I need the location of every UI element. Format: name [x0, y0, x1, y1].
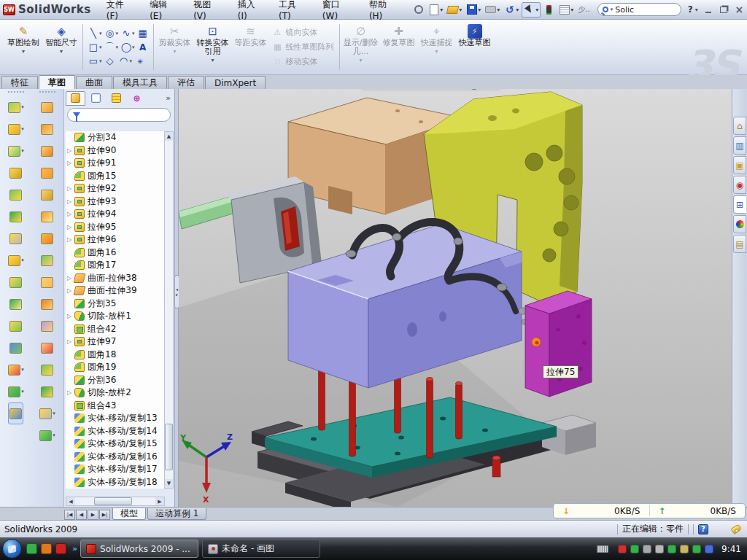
- surface-thicken-button[interactable]: ▾: [40, 381, 54, 402]
- tree-item[interactable]: ▷ 圆角18: [66, 349, 165, 362]
- select-button[interactable]: ▾: [522, 2, 541, 18]
- surface-revolve-button[interactable]: ▾: [40, 118, 54, 140]
- repair-button[interactable]: 修复草图 ▾: [380, 21, 418, 73]
- antivirus-quicklaunch-icon[interactable]: [41, 543, 52, 554]
- slot-button[interactable]: ▾: [87, 55, 103, 68]
- expand-arrow-icon[interactable]: ▷: [67, 313, 74, 319]
- tree-item[interactable]: ▷ 实体-移动/复制13: [66, 412, 165, 425]
- wand-feature-button[interactable]: ▾: [9, 228, 23, 249]
- tree-item[interactable]: ▷ 切除-放样2: [66, 386, 165, 400]
- tree-item[interactable]: ▷ 分割35: [66, 298, 165, 311]
- configuration-manager-tab[interactable]: [107, 91, 126, 106]
- tree-item[interactable]: ▷ 拉伸95: [66, 221, 165, 234]
- surface-sweep-button[interactable]: ▾: [40, 140, 54, 162]
- combine-bodies-button[interactable]: ▾: [9, 315, 23, 337]
- view-orientation-button[interactable]: ▾: [419, 89, 434, 90]
- previous-view-button[interactable]: ▾: [391, 89, 403, 90]
- surface-spline-button[interactable]: ▾: [39, 424, 56, 446]
- split-body-button[interactable]: ▾: [9, 293, 23, 315]
- scroll-up-arrow-icon[interactable]: ▲: [165, 132, 173, 141]
- taskbar-clock[interactable]: 9:41: [721, 544, 741, 554]
- expand-arrow-icon[interactable]: ▷: [67, 160, 74, 166]
- surface-loft-button[interactable]: ▾: [40, 162, 54, 184]
- point-button[interactable]: ▾: [133, 55, 147, 68]
- new-document-button[interactable]: ▾: [427, 2, 444, 18]
- surface-wand-button[interactable]: ▾: [39, 402, 56, 424]
- tree-item[interactable]: ▷ 实体-移动/复制18: [66, 476, 165, 489]
- line-button[interactable]: ▾: [87, 27, 103, 40]
- tree-item[interactable]: ▷ 实体-移动/复制15: [66, 438, 165, 451]
- expand-arrow-icon[interactable]: ▷: [67, 211, 74, 217]
- solidworks-resources-tab[interactable]: [733, 117, 746, 135]
- slider-block[interactable]: [179, 176, 322, 283]
- surface-fill-button[interactable]: ▾: [40, 206, 54, 228]
- scroll-down-arrow-icon[interactable]: ▼: [165, 479, 173, 488]
- tree-item[interactable]: ▷ 圆角19: [66, 361, 165, 374]
- save-button[interactable]: ▾: [465, 2, 482, 18]
- scroll-right-arrow-icon[interactable]: ▶: [155, 497, 164, 505]
- surface-extrude-button[interactable]: ▾: [40, 96, 54, 118]
- custom-properties-tab[interactable]: [733, 235, 746, 253]
- rectangle-button[interactable]: ▾: [87, 41, 103, 54]
- tree-item[interactable]: ▷ 拉伸92: [66, 182, 165, 195]
- tree-item[interactable]: ▷ 分割34: [66, 131, 165, 144]
- surface-boundary-button[interactable]: ▾: [40, 184, 54, 206]
- tree-filter-box[interactable]: [67, 108, 171, 122]
- swept-boss-button[interactable]: ▾: [9, 162, 23, 184]
- 曲面-tab[interactable]: 曲面: [76, 76, 112, 89]
- help-button[interactable]: ?: [686, 4, 695, 15]
- move-entities-button[interactable]: 移动实体: [270, 55, 337, 69]
- display-style-button[interactable]: ▾: [436, 89, 451, 90]
- menu-item[interactable]: 视图(V): [185, 0, 230, 19]
- expand-arrow-icon[interactable]: ▷: [67, 236, 74, 243]
- expand-arrow-icon[interactable]: ▷: [67, 198, 74, 205]
- tree-item[interactable]: ▷ 拉伸91: [66, 157, 165, 170]
- menu-item[interactable]: 插入(I): [230, 0, 271, 19]
- menu-item[interactable]: 窗口(W): [314, 0, 361, 19]
- view-palette-tab[interactable]: [733, 195, 746, 214]
- tree-item[interactable]: ▷ 分割36: [66, 374, 165, 387]
- polygon-button[interactable]: ▾: [104, 55, 117, 68]
- print-button[interactable]: ▾: [484, 2, 501, 18]
- 草图-tab[interactable]: 草图: [39, 75, 75, 89]
- tag-icon[interactable]: [731, 524, 743, 534]
- tab-nav-button[interactable]: ▶|: [99, 510, 110, 520]
- start-button[interactable]: [2, 539, 22, 559]
- freeform-button[interactable]: ▾: [7, 381, 25, 402]
- menu-item[interactable]: 工具(T): [271, 0, 314, 19]
- solidworks-search-tab[interactable]: [733, 176, 746, 194]
- volume-icon[interactable]: [655, 545, 664, 553]
- scale-button[interactable]: ▾: [8, 402, 23, 424]
- close-button[interactable]: ×: [732, 4, 746, 15]
- pin-button[interactable]: ▾: [411, 2, 425, 18]
- extruded-cut-button[interactable]: ▾: [7, 118, 25, 140]
- minimize-button[interactable]: [702, 4, 716, 15]
- menu-item[interactable]: 编辑(E): [142, 0, 185, 19]
- toolbar-grip[interactable]: [8, 91, 24, 93]
- sync-status-icon[interactable]: [705, 545, 713, 553]
- file-explorer-tab[interactable]: [733, 156, 746, 174]
- rebuild-button[interactable]: ▾: [542, 2, 556, 18]
- tab-nav-button[interactable]: ◀: [76, 510, 87, 520]
- security-shield-icon[interactable]: [630, 545, 639, 553]
- surface-planar-button[interactable]: ▾: [40, 228, 54, 249]
- menu-item[interactable]: 文件(F): [98, 0, 142, 19]
- scroll-left-arrow-icon[interactable]: ◀: [66, 497, 75, 505]
- input-method-keyboard-icon[interactable]: [597, 545, 608, 553]
- trim-button[interactable]: 剪裁实体 ▾: [156, 21, 194, 73]
- graphics-area[interactable]: Y Z X ▾ ▾ ▾ ▾: [179, 89, 732, 507]
- taskbar-task-button[interactable]: 未命名 - 画图: [202, 540, 320, 558]
- vpn-status-icon[interactable]: [667, 545, 676, 553]
- hide-show-items-button[interactable]: ▾: [452, 89, 467, 90]
- section-view-button[interactable]: ▾: [405, 89, 417, 90]
- tree-item[interactable]: ▷ 实体-移动/复制16: [66, 451, 165, 464]
- surface-fillet-button[interactable]: ▾: [40, 359, 54, 381]
- options-button[interactable]: ▾: [557, 2, 575, 18]
- spline-button[interactable]: ▾: [120, 27, 136, 40]
- tree-item[interactable]: ▷ 拉伸94: [66, 208, 165, 221]
- scrollbar-thumb[interactable]: [165, 424, 173, 470]
- 运动算例 1-tab[interactable]: 运动算例 1: [147, 508, 206, 520]
- surface-knit-button[interactable]: ▾: [40, 249, 54, 271]
- scrollbar-thumb[interactable]: [94, 497, 132, 505]
- revolved-boss-button[interactable]: ▾: [7, 140, 25, 162]
